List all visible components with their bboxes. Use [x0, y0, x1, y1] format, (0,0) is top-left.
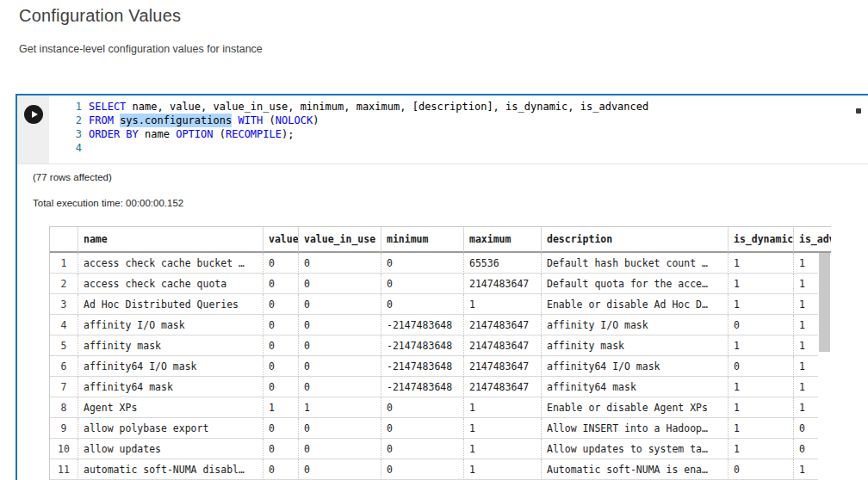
table-cell[interactable]: 1: [299, 397, 381, 418]
table-cell[interactable]: 0: [264, 294, 299, 315]
table-cell[interactable]: 0: [728, 315, 794, 335]
table-cell[interactable]: 0: [264, 439, 299, 459]
table-cell[interactable]: 1: [728, 439, 794, 459]
table-cell[interactable]: 0: [299, 294, 381, 315]
table-cell[interactable]: -2147483648: [381, 377, 464, 397]
column-header-value[interactable]: value: [264, 227, 299, 253]
row-number-cell[interactable]: 8: [50, 397, 78, 418]
table-cell[interactable]: affinity64 mask: [542, 377, 728, 397]
table-cell[interactable]: 1: [464, 439, 542, 459]
table-cell[interactable]: 1: [464, 294, 542, 315]
row-number-cell[interactable]: 11: [50, 459, 78, 480]
table-cell[interactable]: 0: [264, 418, 299, 439]
table-cell[interactable]: 1: [728, 397, 794, 418]
table-cell[interactable]: Default quota for the acce…: [542, 274, 728, 294]
table-cell[interactable]: 0: [264, 253, 299, 274]
table-cell[interactable]: 0: [264, 335, 299, 356]
table-cell[interactable]: 0: [381, 274, 464, 294]
row-number-cell[interactable]: 9: [50, 418, 78, 439]
row-number-cell[interactable]: 6: [50, 356, 78, 377]
table-cell[interactable]: 0: [381, 439, 464, 459]
table-cell[interactable]: 0: [381, 397, 464, 418]
more-actions-icon[interactable]: [856, 108, 861, 114]
row-number-cell[interactable]: 7: [50, 377, 78, 397]
table-cell[interactable]: 0: [264, 459, 299, 480]
table-cell[interactable]: 2147483647: [464, 315, 542, 335]
table-cell[interactable]: 0: [728, 459, 794, 480]
table-cell[interactable]: 0: [299, 439, 381, 459]
table-cell[interactable]: 1: [464, 397, 542, 418]
table-cell[interactable]: 1: [728, 274, 794, 294]
table-cell[interactable]: 0: [381, 418, 464, 439]
column-header-minimum[interactable]: minimum: [381, 227, 464, 253]
table-cell[interactable]: 0: [299, 253, 381, 274]
table-cell[interactable]: 0: [381, 459, 464, 480]
table-cell[interactable]: access check cache bucket …: [78, 253, 264, 274]
table-cell[interactable]: affinity I/O mask: [78, 315, 264, 335]
row-number-cell[interactable]: 5: [50, 335, 78, 356]
table-cell[interactable]: 1: [728, 294, 794, 315]
table-cell[interactable]: 1: [728, 335, 794, 356]
table-cell[interactable]: 1: [728, 418, 794, 439]
table-cell[interactable]: affinity64 mask: [78, 377, 264, 397]
table-cell[interactable]: 0: [381, 294, 464, 315]
table-cell[interactable]: 0: [299, 315, 381, 335]
sql-code-editor[interactable]: 1SELECT name, value, value_in_use, minim…: [49, 95, 868, 163]
table-cell[interactable]: 0: [728, 356, 794, 377]
table-cell[interactable]: -2147483648: [381, 315, 464, 335]
table-cell[interactable]: affinity mask: [542, 335, 728, 356]
row-number-cell[interactable]: 4: [50, 315, 78, 335]
table-cell[interactable]: 0: [264, 274, 299, 294]
table-cell[interactable]: Enable or disable Ad Hoc D…: [542, 294, 728, 315]
vertical-scrollbar-thumb[interactable]: [819, 253, 830, 352]
table-cell[interactable]: allow polybase export: [78, 418, 264, 439]
table-cell[interactable]: 0: [299, 418, 381, 439]
row-number-header[interactable]: [50, 227, 78, 253]
column-header-value_in_use[interactable]: value_in_use: [299, 227, 381, 253]
table-cell[interactable]: 0: [299, 274, 381, 294]
table-cell[interactable]: -2147483648: [381, 335, 464, 356]
run-cell-button[interactable]: [24, 105, 43, 124]
table-cell[interactable]: 2147483647: [464, 356, 542, 377]
table-cell[interactable]: Automatic soft-NUMA is ena…: [542, 459, 728, 480]
table-cell[interactable]: 1: [728, 377, 794, 397]
column-header-name[interactable]: name: [78, 227, 264, 253]
table-cell[interactable]: 0: [299, 377, 381, 397]
column-header-maximum[interactable]: maximum: [464, 227, 542, 253]
column-header-description[interactable]: description: [542, 227, 728, 253]
table-cell[interactable]: affinity64 I/O mask: [78, 356, 264, 377]
table-cell[interactable]: 2147483647: [464, 377, 542, 397]
table-cell[interactable]: affinity64 I/O mask: [542, 356, 728, 377]
table-cell[interactable]: 65536: [464, 253, 542, 274]
row-number-cell[interactable]: 3: [50, 294, 78, 315]
table-cell[interactable]: Enable or disable Agent XPs: [542, 397, 728, 418]
table-cell[interactable]: Allow updates to system ta…: [542, 439, 728, 459]
table-cell[interactable]: access check cache quota: [78, 274, 264, 294]
column-header-is_dynamic[interactable]: is_dynamic: [728, 227, 794, 253]
table-cell[interactable]: automatic soft-NUMA disabl…: [78, 459, 264, 480]
table-cell[interactable]: -2147483648: [381, 356, 464, 377]
table-cell[interactable]: Default hash bucket count …: [542, 253, 728, 274]
table-cell[interactable]: allow updates: [78, 439, 264, 459]
table-cell[interactable]: affinity I/O mask: [542, 315, 728, 335]
table-cell[interactable]: 0: [264, 356, 299, 377]
table-cell[interactable]: 0: [299, 356, 381, 377]
table-cell[interactable]: Ad Hoc Distributed Queries: [78, 294, 264, 315]
table-cell[interactable]: 1: [728, 253, 794, 274]
table-cell[interactable]: Allow INSERT into a Hadoop…: [542, 418, 728, 439]
table-cell[interactable]: Agent XPs: [78, 397, 264, 418]
table-cell[interactable]: affinity mask: [78, 335, 264, 356]
table-cell[interactable]: 0: [381, 253, 464, 274]
row-number-cell[interactable]: 2: [50, 274, 78, 294]
row-number-cell[interactable]: 1: [50, 253, 78, 274]
table-cell[interactable]: 0: [299, 459, 381, 480]
table-cell[interactable]: 0: [264, 315, 299, 335]
table-cell[interactable]: 2147483647: [464, 335, 542, 356]
row-number-cell[interactable]: 10: [50, 439, 78, 459]
table-cell[interactable]: 1: [464, 459, 542, 480]
table-cell[interactable]: 0: [264, 377, 299, 397]
table-cell[interactable]: 2147483647: [464, 274, 542, 294]
table-cell[interactable]: 0: [299, 335, 381, 356]
table-cell[interactable]: 1: [464, 418, 542, 439]
column-header-is_advanced[interactable]: is_advanced: [794, 227, 831, 253]
